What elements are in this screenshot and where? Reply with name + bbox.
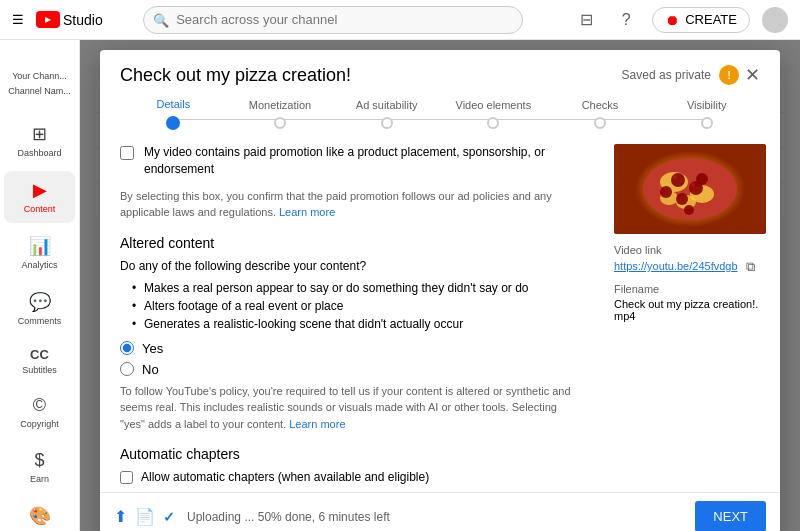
studio-label: Studio [63, 12, 103, 28]
search-bar: 🔍 [143, 6, 523, 34]
video-link-label: Video link [614, 244, 766, 256]
step-line-4 [493, 119, 600, 120]
content-icon: ▶ [33, 179, 47, 201]
step-line-2 [280, 119, 387, 120]
main-content: Views Comments 12,345 345 12,345 345 12,… [80, 40, 800, 531]
top-nav: ☰ Studio 🔍 ⊟ ? ⏺ CREATE [0, 0, 800, 40]
step-video-elements[interactable]: Video elements [440, 99, 547, 129]
channel-name: Your Chann... [12, 71, 67, 83]
modal-footer: ⬆ 📄 ✓ Uploading ... 50% done, 6 minutes … [100, 492, 780, 531]
step-visibility-label: Visibility [687, 99, 727, 111]
copy-icon[interactable]: ⧉ [746, 259, 755, 275]
channel-info[interactable]: Your Chann... Channel Nam... [0, 64, 79, 101]
stepper: Details Monetization Ad suitability [100, 86, 780, 130]
step-ve-label: Video elements [456, 99, 532, 111]
check-icon: ✓ [163, 509, 175, 525]
sidebar-label-comments: Comments [18, 316, 62, 327]
step-checks-dot [594, 117, 606, 129]
step-details[interactable]: Details [120, 98, 227, 130]
avatar[interactable] [762, 7, 788, 33]
create-label: CREATE [685, 12, 737, 27]
yes-label: Yes [142, 341, 163, 356]
layout: PIZZA Your Chann... Channel Nam... ⊞ Das… [0, 40, 800, 531]
file-icon: 📄 [135, 507, 155, 526]
sidebar-label-copyright: Copyright [20, 419, 59, 430]
paid-promotion-label: My video contains paid promotion like a … [144, 144, 580, 178]
modal-overlay: Check out my pizza creation! Saved as pr… [80, 40, 800, 531]
upload-status: Uploading ... 50% done, 6 minutes left [187, 510, 687, 524]
sidebar-label-earn: Earn [30, 474, 49, 485]
subtitles-icon[interactable]: ⊟ [572, 6, 600, 34]
sidebar-item-subtitles[interactable]: CC Subtitles [4, 339, 75, 384]
nav-right: ⊟ ? ⏺ CREATE [572, 6, 788, 34]
search-icon: 🔍 [153, 12, 169, 27]
hamburger-menu[interactable]: ☰ [12, 12, 24, 27]
no-radio[interactable] [120, 362, 134, 376]
sidebar-item-content[interactable]: ▶ Content [4, 171, 75, 223]
svg-point-10 [660, 186, 672, 198]
comments-icon: 💬 [29, 291, 51, 313]
modal-saved-status: Saved as private [622, 68, 711, 82]
upload-icon[interactable]: ⬆ [114, 507, 127, 526]
paid-promo-learn-more[interactable]: Learn more [279, 206, 335, 218]
sidebar-label-analytics: Analytics [21, 260, 57, 271]
policy-learn-more[interactable]: Learn more [289, 418, 345, 430]
step-ad-label: Ad suitability [356, 99, 418, 111]
sidebar-item-customization[interactable]: 🎨 Customization [4, 497, 75, 531]
policy-text: To follow YouTube's policy, you're requi… [120, 383, 580, 433]
step-monetization[interactable]: Monetization [227, 99, 334, 129]
sidebar-label-dashboard: Dashboard [17, 148, 61, 159]
step-line-1 [173, 119, 280, 120]
filename-label: Filename [614, 283, 766, 295]
modal: Check out my pizza creation! Saved as pr… [100, 50, 780, 531]
sidebar-item-earn[interactable]: $ Earn [4, 442, 75, 493]
help-icon[interactable]: ? [612, 6, 640, 34]
auto-chapters-row: Allow automatic chapters (when available… [120, 470, 580, 484]
customization-icon: 🎨 [29, 505, 51, 527]
modal-left-panel: My video contains paid promotion like a … [100, 130, 600, 492]
paid-promotion-row: My video contains paid promotion like a … [120, 144, 580, 178]
svg-point-14 [691, 183, 695, 187]
svg-point-9 [676, 193, 688, 205]
radio-no-row: No [120, 362, 580, 377]
no-label: No [142, 362, 159, 377]
step-ad-dot [381, 117, 393, 129]
yt-icon [36, 11, 60, 28]
video-link-row: https://youtu.be/245fvdgb ⧉ [614, 259, 766, 275]
sidebar-item-analytics[interactable]: 📊 Analytics [4, 227, 75, 279]
video-thumb-inner [614, 144, 766, 234]
step-details-label: Details [157, 98, 191, 110]
sidebar: PIZZA Your Chann... Channel Nam... ⊞ Das… [0, 40, 80, 531]
step-monetization-dot [274, 117, 286, 129]
step-checks[interactable]: Checks [547, 99, 654, 129]
sidebar-item-dashboard[interactable]: ⊞ Dashboard [4, 115, 75, 167]
search-input[interactable] [143, 6, 523, 34]
sidebar-label-subtitles: Subtitles [22, 365, 57, 376]
step-visibility[interactable]: Visibility [653, 99, 760, 129]
step-details-dot [166, 116, 180, 130]
create-button[interactable]: ⏺ CREATE [652, 7, 750, 33]
modal-alert-icon[interactable]: ! [719, 65, 739, 85]
earn-icon: $ [34, 450, 44, 471]
altered-content-question: Do any of the following describe your co… [120, 259, 580, 273]
altered-content-bullets: Makes a real person appear to say or do … [132, 281, 580, 331]
next-button[interactable]: NEXT [695, 501, 766, 531]
step-ad-suitability[interactable]: Ad suitability [333, 99, 440, 129]
sidebar-item-comments[interactable]: 💬 Comments [4, 283, 75, 335]
camera-icon: ⏺ [665, 12, 679, 28]
legal-text: By selecting this box, you confirm that … [120, 188, 580, 221]
auto-chapters-checkbox[interactable] [120, 471, 133, 484]
video-thumbnail [614, 144, 766, 234]
subtitles-icon: CC [30, 347, 49, 362]
pizza-svg [614, 144, 766, 234]
step-visibility-dot [701, 117, 713, 129]
modal-right-panel: Video link https://youtu.be/245fvdgb ⧉ F… [600, 130, 780, 492]
svg-point-11 [696, 173, 708, 185]
paid-promotion-checkbox[interactable] [120, 146, 134, 160]
bullet-1: Makes a real person appear to say or do … [132, 281, 580, 295]
svg-point-13 [673, 175, 677, 179]
sidebar-item-copyright[interactable]: © Copyright [4, 387, 75, 438]
video-link[interactable]: https://youtu.be/245fvdgb [614, 260, 738, 272]
yes-radio[interactable] [120, 341, 134, 355]
modal-close-button[interactable]: ✕ [745, 64, 760, 86]
